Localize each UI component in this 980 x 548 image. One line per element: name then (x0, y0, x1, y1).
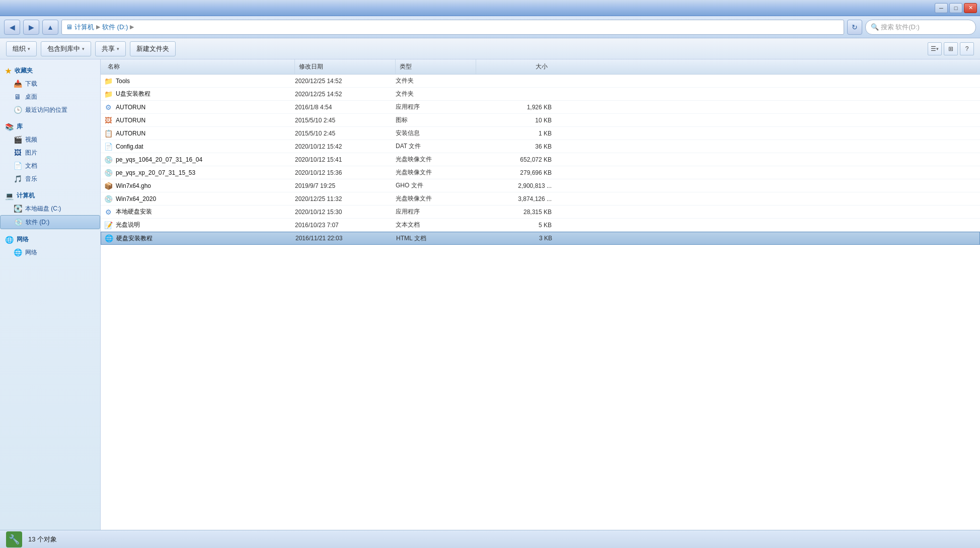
maximize-button[interactable]: □ (949, 3, 962, 13)
file-type: 光盘映像文件 (396, 168, 476, 177)
file-date: 2020/12/25 11:32 (295, 195, 396, 202)
col-header-name[interactable]: 名称 (104, 59, 295, 74)
sidebar-item-c-drive[interactable]: 💽 本地磁盘 (C:) (0, 202, 100, 215)
file-icon: 💿 (104, 155, 113, 164)
help-button[interactable]: ? (960, 42, 974, 55)
file-type: 光盘映像文件 (396, 194, 476, 203)
sidebar-item-documents[interactable]: 📄 文档 (0, 159, 100, 172)
network-label: 网络 (17, 235, 29, 244)
file-type: 文件夹 (396, 77, 476, 85)
breadcrumb-sep-1: ▶ (96, 24, 100, 30)
file-type: GHO 文件 (396, 181, 476, 190)
table-row[interactable]: ⚙ 本地硬盘安装 2020/10/12 15:30 应用程序 28,315 KB (101, 206, 980, 219)
file-size: 28,315 KB (476, 209, 552, 216)
breadcrumb[interactable]: 🖥 计算机 ▶ 软件 (D:) ▶ (61, 20, 844, 35)
file-icon: 🖼 (104, 116, 113, 125)
file-icon: 📋 (104, 129, 113, 138)
file-size: 10 KB (476, 117, 552, 124)
file-icon: 💿 (104, 194, 113, 203)
table-row[interactable]: 🌐 硬盘安装教程 2016/11/21 22:03 HTML 文档 3 KB (101, 232, 980, 245)
sidebar-item-music[interactable]: 🎵 音乐 (0, 172, 100, 185)
help-icon: ? (965, 45, 969, 52)
sidebar-item-desktop[interactable]: 🖥 桌面 (0, 90, 100, 103)
favorites-section: ★ 收藏夹 📥 下载 🖥 桌面 🕒 最近访问的位置 (0, 64, 100, 116)
library-header[interactable]: 📚 库 (0, 120, 100, 133)
sidebar-item-recent[interactable]: 🕒 最近访问的位置 (0, 103, 100, 116)
organize-button[interactable]: 组织 ▾ (6, 41, 37, 56)
table-row[interactable]: 🖼 AUTORUN 2015/5/10 2:45 图标 10 KB (101, 114, 980, 127)
file-type: 光盘映像文件 (396, 155, 476, 164)
file-name: 光盘说明 (116, 221, 140, 229)
sidebar-item-d-drive[interactable]: 💿 软件 (D:) (0, 215, 100, 229)
sidebar-item-pictures[interactable]: 🖼 图片 (0, 146, 100, 159)
library-folder-icon: 📚 (5, 123, 14, 131)
table-row[interactable]: 💿 pe_yqs_xp_20_07_31_15_53 2020/10/12 15… (101, 166, 980, 179)
sidebar-item-download[interactable]: 📥 下载 (0, 77, 100, 90)
refresh-icon: ↻ (852, 23, 858, 31)
file-date: 2020/10/12 15:36 (295, 169, 396, 176)
file-name: AUTORUN (116, 104, 145, 111)
network-section: 🌐 网络 🌐 网络 (0, 233, 100, 259)
table-row[interactable]: 📄 Config.dat 2020/10/12 15:42 DAT 文件 36 … (101, 140, 980, 153)
new-folder-button[interactable]: 新建文件夹 (130, 41, 176, 56)
table-row[interactable]: 📝 光盘说明 2016/10/23 7:07 文本文档 5 KB (101, 219, 980, 232)
file-type: HTML 文档 (396, 234, 477, 243)
layout-button[interactable]: ⊞ (944, 42, 958, 55)
network-header[interactable]: 🌐 网络 (0, 233, 100, 246)
breadcrumb-computer[interactable]: 计算机 (74, 23, 94, 32)
minimize-button[interactable]: ─ (935, 3, 948, 13)
table-row[interactable]: ⚙ AUTORUN 2016/1/8 4:54 应用程序 1,926 KB (101, 101, 980, 114)
new-folder-label: 新建文件夹 (136, 44, 169, 53)
breadcrumb-sep-2: ▶ (130, 24, 134, 30)
file-size: 1 KB (476, 130, 552, 137)
statusbar-count: 13 个对象 (28, 535, 57, 544)
table-row[interactable]: 💿 Win7x64_2020 2020/12/25 11:32 光盘映像文件 3… (101, 192, 980, 206)
back-icon: ◀ (10, 23, 15, 31)
file-icon: ⚙ (104, 103, 113, 112)
sidebar-item-video[interactable]: 🎬 视频 (0, 133, 100, 146)
computer-label: 计算机 (17, 191, 35, 200)
library-label: 库 (17, 122, 23, 131)
file-name: Config.dat (116, 143, 143, 150)
file-date: 2020/12/25 14:52 (295, 78, 396, 85)
table-row[interactable]: 📁 Tools 2020/12/25 14:52 文件夹 (101, 75, 980, 88)
sidebar-item-network[interactable]: 🌐 网络 (0, 246, 100, 259)
sidebar-item-c-drive-label: 本地磁盘 (C:) (25, 204, 61, 213)
table-row[interactable]: 📁 U盘安装教程 2020/12/25 14:52 文件夹 (101, 88, 980, 101)
back-button[interactable]: ◀ (4, 20, 20, 35)
favorites-header[interactable]: ★ 收藏夹 (0, 64, 100, 77)
include-library-button[interactable]: 包含到库中 ▾ (41, 41, 91, 56)
table-row[interactable]: 📋 AUTORUN 2015/5/10 2:45 安装信息 1 KB (101, 127, 980, 140)
file-icon: 💿 (104, 168, 113, 177)
up-button[interactable]: ▲ (42, 20, 58, 35)
breadcrumb-drive[interactable]: 软件 (D:) (102, 23, 128, 32)
col-header-type[interactable]: 类型 (396, 59, 476, 74)
sidebar-item-network-label: 网络 (25, 248, 37, 257)
file-icon: 📦 (104, 181, 113, 190)
forward-button[interactable]: ▶ (23, 20, 39, 35)
sidebar-item-documents-label: 文档 (25, 162, 37, 170)
refresh-button[interactable]: ↻ (847, 20, 862, 35)
file-size: 3 KB (477, 235, 552, 242)
col-header-date[interactable]: 修改日期 (295, 59, 396, 74)
col-header-size[interactable]: 大小 (476, 59, 552, 74)
include-label: 包含到库中 (47, 44, 80, 53)
include-chevron: ▾ (82, 46, 85, 51)
file-name: AUTORUN (116, 130, 145, 137)
table-row[interactable]: 📦 Win7x64.gho 2019/9/7 19:25 GHO 文件 2,90… (101, 179, 980, 192)
recent-icon: 🕒 (13, 105, 22, 114)
share-button[interactable]: 共享 ▾ (95, 41, 126, 56)
computer-section: 💻 计算机 💽 本地磁盘 (C:) 💿 软件 (D:) (0, 189, 100, 229)
star-icon: ★ (5, 67, 12, 75)
close-button[interactable]: ✕ (964, 3, 977, 13)
file-icon: 📄 (104, 142, 113, 151)
file-name: Win7x64.gho (116, 182, 151, 189)
computer-icon: 🖥 (66, 23, 72, 31)
table-row[interactable]: 💿 pe_yqs_1064_20_07_31_16_04 2020/10/12 … (101, 153, 980, 166)
file-date: 2020/10/12 15:30 (295, 209, 396, 216)
view-button[interactable]: ☰ ▾ (928, 42, 942, 55)
statusbar-icon: 🔧 (6, 531, 22, 547)
search-bar[interactable]: 🔍 搜索 软件(D:) (865, 20, 976, 35)
file-type: DAT 文件 (396, 142, 476, 151)
computer-header[interactable]: 💻 计算机 (0, 189, 100, 202)
